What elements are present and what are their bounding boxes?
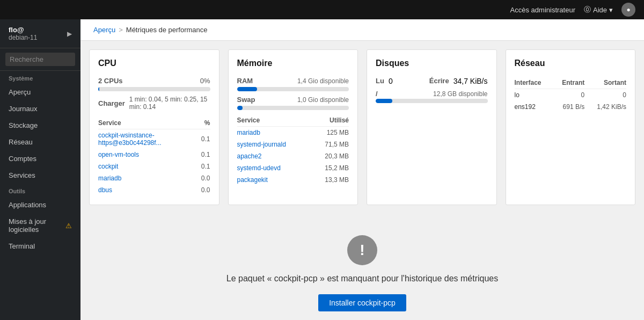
sidebar-item-reseau[interactable]: Réseau	[0, 134, 80, 150]
swap-label: Swap	[237, 96, 255, 104]
sidebar-item-stockage[interactable]: Stockage	[0, 117, 80, 134]
install-button[interactable]: Installer cockpit-pcp	[318, 294, 406, 311]
mem-service-used: 13,3 MB	[312, 174, 349, 186]
service-name: mariadb	[98, 172, 201, 184]
mem-service-link[interactable]: mariadb	[237, 129, 260, 136]
avatar[interactable]: ●	[621, 3, 635, 17]
info-message: Le paquet « cockpit-pcp » est manquant p…	[226, 274, 498, 283]
service-link[interactable]: dbus	[98, 186, 112, 194]
mises-a-jour-label: Mises à jour logicielles	[9, 217, 62, 234]
terminal-label: Terminal	[9, 242, 35, 250]
main-layout: flo@ debian-11 ▶ Système Aperçu Journaux…	[0, 19, 644, 320]
service-name: cockpit	[98, 161, 201, 172]
sidebar-item-mises-a-jour[interactable]: Mises à jour logicielles ⚠	[0, 213, 80, 238]
brand-info: flo@ debian-11	[9, 26, 37, 41]
iface-entrant: 0	[553, 89, 585, 101]
lu-label: Lu	[376, 77, 384, 85]
service-name: dbus	[98, 184, 201, 196]
table-row: systemd-journald71,5 MB	[237, 139, 349, 150]
service-link[interactable]: mariadb	[98, 174, 121, 182]
mem-service-used: 20,3 MB	[312, 150, 349, 162]
percent-col-header: %	[201, 117, 210, 129]
service-link[interactable]: cockpit	[98, 163, 118, 170]
help-icon: ⓪	[584, 5, 591, 14]
comptes-label: Comptes	[9, 155, 36, 163]
iface-name: lo	[515, 89, 553, 101]
sidebar-brand[interactable]: flo@ debian-11 ▶	[0, 19, 80, 48]
breadcrumb-separator: >	[119, 26, 123, 34]
mem-service-name: systemd-journald	[237, 139, 312, 150]
table-row: open-vm-tools0.1	[98, 149, 210, 161]
journaux-label: Journaux	[9, 105, 37, 113]
mem-service-link[interactable]: apache2	[237, 152, 262, 160]
search-input[interactable]	[5, 53, 75, 66]
reseau-label: Réseau	[9, 138, 33, 146]
mem-service-name: systemd-udevd	[237, 162, 312, 174]
iface-sortant: 1,42 KiB/s	[584, 101, 626, 113]
mem-used-col: Utilisé	[312, 114, 349, 127]
breadcrumb-home[interactable]: Aperçu	[93, 26, 115, 34]
swap-available: 1,0 Gio disponible	[297, 96, 349, 104]
sidebar-item-journaux[interactable]: Journaux	[0, 100, 80, 117]
brand-name: flo@	[9, 26, 37, 34]
topbar-right: Accès administrateur ⓪ Aide ▾ ●	[510, 3, 635, 17]
swap-progress-fill	[237, 106, 243, 110]
charger-row: Charger 1 min: 0.04, 5 min: 0.25, 15 min…	[98, 96, 210, 111]
table-row: systemd-udevd15,2 MB	[237, 162, 349, 174]
service-percent: 0.1	[201, 149, 210, 161]
cpu-title: CPU	[98, 59, 210, 68]
sidebar-item-terminal[interactable]: Terminal	[0, 238, 80, 254]
sidebar-item-services[interactable]: Services	[0, 167, 80, 184]
memory-card: Mémoire RAM 1,4 Gio disponible Swap 1,0 …	[228, 49, 358, 205]
system-section-label: Système	[0, 71, 80, 84]
network-table: Interface Entrant Sortant lo00ens192691 …	[515, 77, 627, 113]
charger-value: 1 min: 0.04, 5 min: 0.25, 15 min: 0.14	[129, 96, 210, 111]
mem-service-col: Service	[237, 114, 312, 127]
cpu-count-row: 2 CPUs 0%	[98, 77, 210, 85]
interface-col: Interface	[515, 77, 553, 89]
apercu-label: Aperçu	[9, 88, 31, 96]
service-link[interactable]: cockpit-wsinstance-https@e3b0c44298f...	[98, 132, 162, 147]
mem-service-link[interactable]: packagekit	[237, 176, 268, 184]
service-link[interactable]: open-vm-tools	[98, 151, 139, 158]
lu-value: 0	[389, 77, 393, 85]
service-percent: 0.0	[201, 172, 210, 184]
disk-card: Disques Lu 0 Écrire 34,7 KiB/s / 12,8 GB…	[367, 49, 497, 205]
ram-label: RAM	[237, 77, 253, 85]
ecrire-label: Écrire	[429, 77, 449, 85]
disk-progress-fill	[376, 99, 392, 103]
sidebar-item-apercu[interactable]: Aperçu	[0, 84, 80, 100]
ram-available: 1,4 Gio disponible	[297, 77, 349, 85]
table-row: cockpit-wsinstance-https@e3b0c44298f...0…	[98, 129, 210, 149]
mem-service-name: packagekit	[237, 174, 312, 186]
disk-progress-bar	[376, 99, 488, 103]
exclamation-icon: !	[360, 243, 364, 258]
table-row: ens192691 B/s1,42 KiB/s	[515, 101, 627, 113]
warning-icon: ⚠	[65, 222, 72, 230]
table-row: lo00	[515, 89, 627, 101]
content-area: Aperçu > Métriques de performance CPU 2 …	[80, 19, 644, 320]
iface-entrant: 691 B/s	[553, 101, 585, 113]
iface-sortant: 0	[584, 89, 626, 101]
cpu-percent: 0%	[200, 77, 210, 85]
table-row: packagekit13,3 MB	[237, 174, 349, 186]
cpu-progress-bar	[98, 87, 210, 91]
mem-service-link[interactable]: systemd-udevd	[237, 164, 281, 172]
stockage-label: Stockage	[9, 121, 38, 129]
swap-progress-bar	[237, 106, 349, 110]
disk-mount-name: /	[376, 90, 378, 98]
mem-service-link[interactable]: systemd-journald	[237, 141, 286, 148]
metrics-area: CPU 2 CPUs 0% Charger 1 min: 0.04, 5 min…	[80, 41, 644, 214]
service-percent: 0.1	[201, 129, 210, 149]
cpu-progress-fill	[98, 87, 99, 91]
sidebar-item-applications[interactable]: Applications	[0, 197, 80, 213]
service-name: open-vm-tools	[98, 149, 201, 161]
ram-progress-bar	[237, 87, 349, 91]
info-section: ! Le paquet « cockpit-pcp » est manquant…	[80, 214, 644, 320]
swap-row: Swap 1,0 Gio disponible	[237, 96, 349, 104]
help-button[interactable]: ⓪ Aide ▾	[584, 5, 613, 14]
sidebar-item-comptes[interactable]: Comptes	[0, 150, 80, 167]
brand-host: debian-11	[9, 34, 37, 41]
ecrire-value: 34,7 KiB/s	[453, 77, 488, 85]
topbar: Accès administrateur ⓪ Aide ▾ ●	[0, 0, 644, 19]
